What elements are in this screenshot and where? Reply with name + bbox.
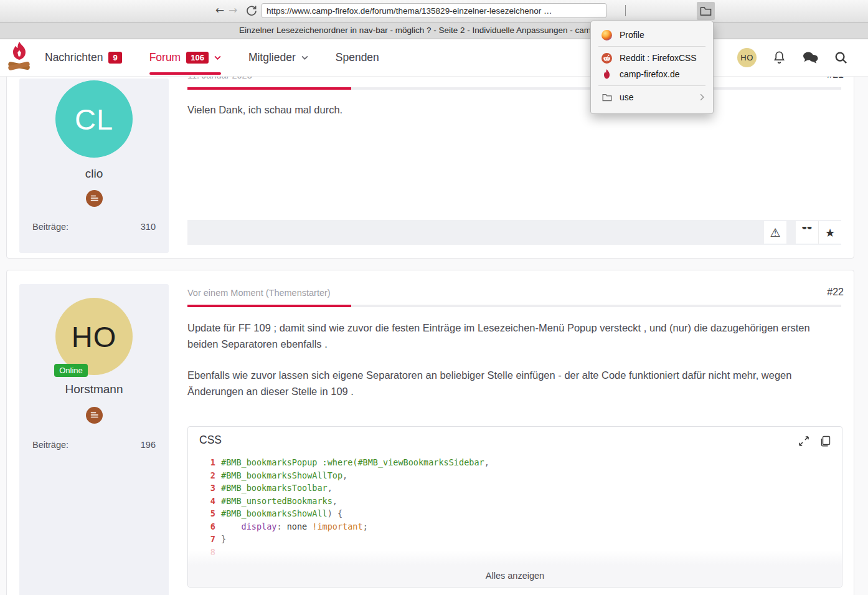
refresh-button[interactable] <box>245 4 258 17</box>
author-panel: HO Online Horstmann Beiträge: 196 <box>19 284 169 595</box>
code-line: 3#BMB_bookmarksToolbar, <box>188 482 842 495</box>
post-22: HO Online Horstmann Beiträge: 196 Vor ei… <box>6 270 854 595</box>
nav-item-nachrichten[interactable]: Nachrichten 9 <box>45 39 122 76</box>
folder-icon <box>700 6 712 16</box>
forward-button[interactable]: → <box>229 4 237 16</box>
submenu-chevron-right-icon <box>700 93 704 101</box>
code-line: 4#BMB_unsortedBookmarks, <box>188 495 842 508</box>
copy-code-button[interactable] <box>819 436 831 449</box>
menu-item-camp-firefox[interactable]: camp-firefox.de <box>591 66 713 82</box>
quote-button[interactable]: “ <box>796 221 818 244</box>
author-panel: CL clio Beiträge: 310 <box>19 79 169 253</box>
user-avatar[interactable]: HO <box>737 48 757 67</box>
code-toolbar <box>798 436 831 449</box>
star-icon: ★ <box>825 226 835 239</box>
author-name[interactable]: Horstmann <box>19 383 169 396</box>
toolbar-separator <box>625 5 626 16</box>
author-posts-badge[interactable] <box>86 190 103 207</box>
nav-label: Forum <box>149 51 181 64</box>
code-line: 6 display: none !important; <box>188 520 842 533</box>
menu-item-profile[interactable]: Profile <box>591 27 713 43</box>
expand-icon <box>798 436 809 447</box>
nav-label: Nachrichten <box>45 51 103 64</box>
nav-badge: 9 <box>108 52 121 64</box>
back-button[interactable]: ← <box>215 4 224 16</box>
nav-item-mitglieder[interactable]: Mitglieder <box>248 39 308 76</box>
code-block: CSS 1#BMB_bookmarksPopup :where(#BMB_vie… <box>187 426 842 588</box>
post-number[interactable]: #22 <box>827 287 844 298</box>
post-paragraph: Vielen Dank, ich schau mal durch. <box>187 102 842 118</box>
bookmark-star-button[interactable]: ★ <box>818 221 841 244</box>
online-badge: Online <box>54 364 88 377</box>
search-icon[interactable] <box>834 50 848 65</box>
nav-items: Nachrichten 9 Forum 106 Mitglieder Spend… <box>45 39 379 76</box>
post-paragraph: Ebenfalls wie zuvor lassen sich eigene S… <box>187 368 842 399</box>
screen: ← → Einzelner Lesezeichenordner in nav-b… <box>0 0 868 595</box>
bookmarks-folder-button[interactable] <box>697 2 715 20</box>
nav-item-spenden[interactable]: Spenden <box>336 39 379 76</box>
code-lines: 1#BMB_bookmarksPopup :where(#BMB_viewBoo… <box>188 456 842 558</box>
nav-item-forum[interactable]: Forum 106 <box>149 39 221 76</box>
menu-item-label: Reddit : FirefoxCSS <box>620 53 697 63</box>
browser-toolbar: ← → <box>0 0 868 22</box>
navbar-right-icons: HO <box>737 39 848 76</box>
posts-list-icon <box>86 407 103 424</box>
refresh-icon <box>245 4 258 17</box>
folder-icon <box>601 92 612 103</box>
stat-value: 310 <box>141 222 156 232</box>
menu-separator <box>598 85 705 86</box>
forum-navbar: Nachrichten 9 Forum 106 Mitglieder Spend… <box>0 39 868 77</box>
page-title: Einzelner Lesezeichenordner in nav-bar -… <box>239 26 590 35</box>
avatar[interactable]: CL <box>55 80 133 158</box>
conversations-chat-icon[interactable] <box>802 50 818 65</box>
report-button[interactable]: ⚠ <box>764 221 786 244</box>
expand-code-button[interactable] <box>798 436 809 449</box>
menu-item-reddit-firefoxcss[interactable]: Reddit : FirefoxCSS <box>591 50 713 66</box>
post-paragraph: Update für FF 109 ; damit sind wie zuvor… <box>187 320 842 352</box>
campfire-logo[interactable] <box>5 41 34 76</box>
posts-list-icon <box>86 190 103 207</box>
code-line: 2#BMB_bookmarksShowAllTop, <box>188 469 842 482</box>
post-date[interactable]: Vor einem Moment (Themenstarter) <box>187 288 331 298</box>
post-body: Vielen Dank, ich schau mal durch. <box>187 102 842 134</box>
code-language-label: CSS <box>199 434 222 447</box>
reddit-icon <box>601 53 612 64</box>
notifications-bell-icon[interactable] <box>772 50 786 65</box>
menu-item-label: camp-firefox.de <box>620 69 679 79</box>
nav-badge: 106 <box>186 52 209 64</box>
nav-label: Spenden <box>336 51 379 64</box>
bookmarks-dropdown-menu: Profile Reddit : FirefoxCSS <box>590 21 714 114</box>
post-divider <box>187 87 841 90</box>
stat-value: 196 <box>141 440 156 450</box>
report-warning-icon: ⚠ <box>770 226 780 239</box>
post-actions-bar: ⚠ “ ★ <box>187 220 841 245</box>
url-input[interactable] <box>262 3 606 18</box>
author-posts-badge[interactable] <box>86 407 103 424</box>
post-body: Update für FF 109 ; damit sind wie zuvor… <box>187 320 842 415</box>
chevron-down-icon <box>214 55 221 60</box>
post-21: CL clio Beiträge: 310 11. Januar 2023 #2… <box>6 66 854 259</box>
code-line: 5#BMB_bookmarksShowAll) { <box>188 507 842 520</box>
nav-label: Mitglieder <box>248 51 296 64</box>
menu-item-label: Profile <box>620 30 644 40</box>
stat-label: Beiträge: <box>32 440 68 450</box>
code-line: 1#BMB_bookmarksPopup :where(#BMB_viewBoo… <box>188 456 842 469</box>
flame-icon <box>601 69 612 80</box>
campfire-logo-icon <box>5 41 34 74</box>
window-titlebar: Einzelner Lesezeichenordner in nav-bar -… <box>0 22 868 39</box>
post-divider <box>187 305 841 307</box>
chevron-down-icon <box>301 55 308 60</box>
quote-icon: “ <box>801 227 813 238</box>
stat-label: Beiträge: <box>32 222 68 232</box>
author-stats: Beiträge: 310 <box>32 222 156 232</box>
tab-title: Einzelner Lesezeichenordner in nav-bar -… <box>235 22 590 39</box>
show-all-button[interactable]: Alles anzeigen <box>188 565 842 587</box>
author-name[interactable]: clio <box>19 167 169 181</box>
firefox-icon <box>601 30 612 40</box>
code-fade-overlay <box>188 550 842 565</box>
author-stats: Beiträge: 196 <box>32 440 156 450</box>
copy-icon <box>819 436 831 447</box>
menu-separator <box>598 46 705 47</box>
code-line: 7} <box>188 533 842 546</box>
menu-item-use-folder[interactable]: use <box>591 89 713 105</box>
